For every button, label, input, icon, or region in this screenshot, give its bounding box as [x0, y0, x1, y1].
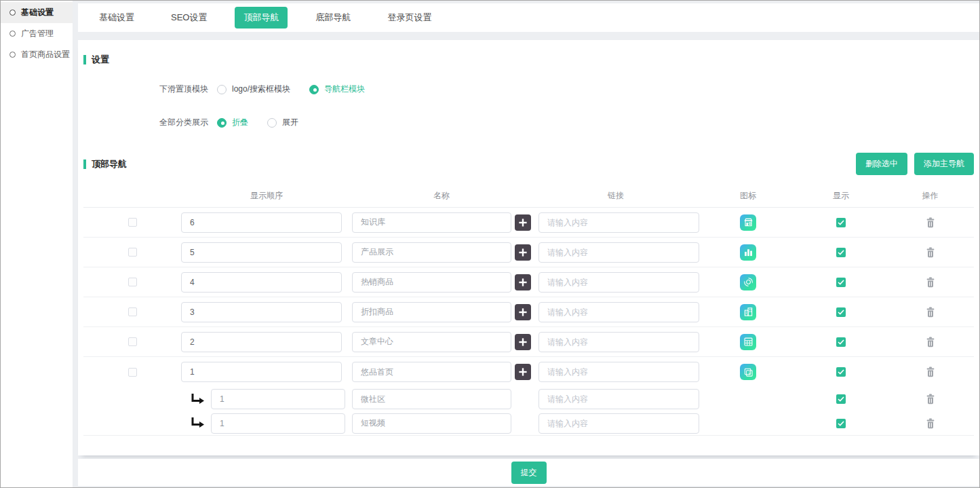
- tab-seo-settings[interactable]: SEO设置: [162, 7, 216, 29]
- delete-row-icon[interactable]: [926, 337, 935, 348]
- main-area: 基础设置 SEO设置 顶部导航 底部导航 登录页设置 设置 下滑置顶模块 log…: [78, 1, 979, 487]
- order-input[interactable]: [211, 389, 345, 409]
- order-input[interactable]: [181, 302, 342, 322]
- tab-login-page-settings[interactable]: 登录页设置: [378, 7, 440, 29]
- table-row: [83, 208, 974, 238]
- radio-option-collapsed[interactable]: 折叠: [217, 117, 248, 128]
- delete-row-icon[interactable]: [926, 217, 935, 228]
- show-checkbox-checked[interactable]: [836, 394, 846, 404]
- row-select-checkbox[interactable]: [128, 368, 137, 377]
- radio-unchecked-icon[interactable]: [267, 118, 277, 128]
- order-input[interactable]: [181, 212, 342, 233]
- name-input[interactable]: [352, 302, 511, 322]
- sidebar-item-basic-settings[interactable]: 基础设置: [1, 2, 73, 23]
- delete-row-icon[interactable]: [926, 367, 935, 377]
- submit-button[interactable]: 提交: [511, 462, 547, 484]
- show-checkbox-checked[interactable]: [836, 307, 846, 317]
- col-header-order: 显示顺序: [181, 190, 352, 202]
- radio-checked-icon[interactable]: [309, 85, 319, 94]
- add-subnav-button[interactable]: [515, 304, 531, 320]
- setting-label: 下滑置顶模块: [159, 83, 208, 95]
- check-icon: [838, 250, 844, 255]
- name-input[interactable]: [352, 332, 511, 352]
- link-input[interactable]: [538, 302, 699, 322]
- col-header-icon: 图标: [701, 190, 796, 202]
- name-input[interactable]: [352, 212, 511, 233]
- link-input[interactable]: [538, 212, 699, 233]
- add-subnav-button[interactable]: [515, 274, 531, 290]
- delete-selected-button[interactable]: 删除选中: [856, 153, 907, 175]
- radio-option-navbar-module[interactable]: 导航栏模块: [309, 83, 365, 95]
- order-input[interactable]: [181, 272, 342, 293]
- link-input[interactable]: [538, 272, 699, 293]
- delete-row-icon[interactable]: [926, 394, 935, 405]
- show-checkbox-checked[interactable]: [836, 218, 846, 227]
- order-input[interactable]: [181, 242, 342, 263]
- name-input[interactable]: [352, 413, 511, 434]
- show-checkbox-checked[interactable]: [836, 419, 846, 428]
- delete-row-icon[interactable]: [926, 307, 935, 318]
- globe-sync-icon[interactable]: [740, 274, 756, 290]
- add-main-nav-button[interactable]: 添加主导航: [914, 153, 974, 175]
- plus-icon: [518, 337, 528, 347]
- setting-row-scroll-top-module: 下滑置顶模块 logo/搜索框模块 导航栏模块: [159, 83, 974, 95]
- name-input[interactable]: [352, 242, 511, 263]
- sidebar-item-ad-management[interactable]: 广告管理: [1, 23, 73, 44]
- row-select-checkbox[interactable]: [128, 307, 137, 316]
- add-subnav-button[interactable]: [515, 364, 531, 380]
- delete-row-icon[interactable]: [926, 418, 935, 429]
- add-subnav-button[interactable]: [515, 244, 531, 261]
- tab-bar: 基础设置 SEO设置 顶部导航 底部导航 登录页设置: [78, 3, 979, 32]
- section-marker: [83, 159, 86, 169]
- table-header-row: 显示顺序 名称 链接 图标 显示 操作: [83, 185, 974, 208]
- link-input[interactable]: [538, 413, 699, 434]
- order-input[interactable]: [211, 413, 345, 434]
- row-select-checkbox[interactable]: [128, 218, 137, 227]
- shop-icon[interactable]: [740, 214, 756, 231]
- pages-icon[interactable]: [740, 364, 756, 380]
- order-input[interactable]: [181, 362, 342, 382]
- link-input[interactable]: [538, 389, 699, 409]
- footer-bar: 提交: [78, 459, 979, 486]
- name-input[interactable]: [352, 362, 511, 382]
- check-icon: [838, 339, 844, 345]
- building-icon[interactable]: [740, 304, 756, 320]
- link-input[interactable]: [538, 242, 699, 263]
- radio-option-logo-search-module[interactable]: logo/搜索框模块: [217, 83, 290, 95]
- show-checkbox-checked[interactable]: [836, 278, 846, 287]
- radio-checked-icon[interactable]: [217, 118, 227, 128]
- plus-icon: [518, 248, 528, 257]
- radio-unchecked-icon[interactable]: [217, 85, 227, 94]
- show-checkbox-checked[interactable]: [836, 367, 846, 377]
- delete-row-icon[interactable]: [926, 277, 935, 288]
- check-icon: [838, 369, 844, 375]
- subnav-arrow-icon: [191, 417, 205, 429]
- show-checkbox-checked[interactable]: [836, 248, 846, 257]
- order-input[interactable]: [181, 332, 342, 352]
- bar-chart-icon[interactable]: [740, 244, 756, 261]
- show-checkbox-checked[interactable]: [836, 337, 846, 347]
- name-input[interactable]: [352, 272, 511, 293]
- check-icon: [838, 220, 844, 225]
- add-subnav-button[interactable]: [515, 214, 531, 231]
- tab-basic-settings[interactable]: 基础设置: [90, 7, 143, 29]
- radio-label: 折叠: [232, 117, 248, 128]
- section-title: 设置: [92, 54, 109, 66]
- link-input[interactable]: [538, 362, 699, 382]
- calculator-icon[interactable]: [740, 334, 756, 350]
- delete-row-icon[interactable]: [926, 247, 935, 258]
- add-subnav-button[interactable]: [515, 334, 531, 350]
- tab-bottom-navigation[interactable]: 底部导航: [307, 7, 359, 29]
- section-marker: [83, 55, 86, 64]
- sidebar-item-label: 广告管理: [21, 28, 54, 39]
- tab-top-navigation[interactable]: 顶部导航: [235, 7, 288, 29]
- row-select-checkbox[interactable]: [128, 278, 137, 286]
- row-select-checkbox[interactable]: [128, 337, 137, 346]
- radio-option-expanded[interactable]: 展开: [267, 117, 298, 128]
- name-input[interactable]: [352, 389, 511, 409]
- row-select-checkbox[interactable]: [128, 248, 137, 257]
- plus-icon: [518, 307, 528, 317]
- radio-label: logo/搜索框模块: [232, 83, 290, 95]
- sidebar-item-home-product-settings[interactable]: 首页商品设置: [1, 44, 73, 65]
- link-input[interactable]: [538, 332, 699, 352]
